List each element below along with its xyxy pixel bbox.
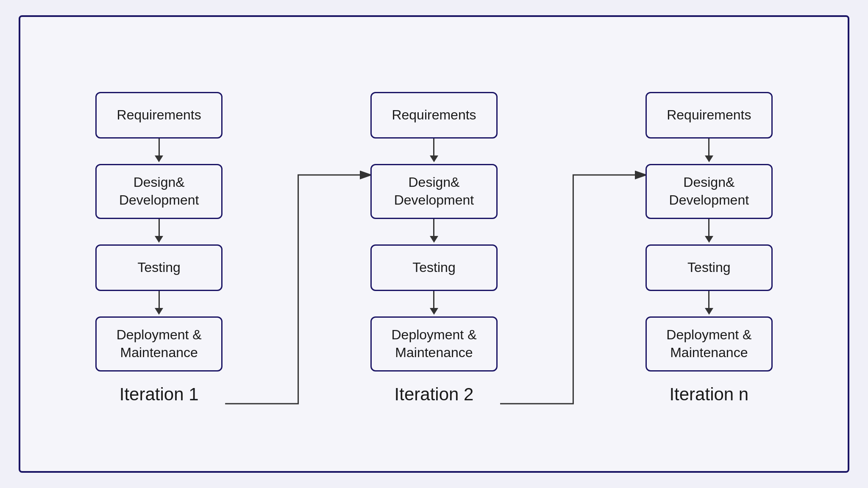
deployment-box-1: Deployment &Maintenance: [95, 316, 223, 372]
design-dev-box-n: Design&Development: [645, 164, 773, 219]
iteration-1-label: Iteration 1: [120, 384, 199, 405]
requirements-box-1: Requirements: [95, 92, 223, 139]
design-dev-label-2: Design&Development: [394, 174, 474, 209]
design-dev-label-1: Design& Development: [119, 174, 199, 209]
arrow-down-2a: [430, 139, 438, 164]
arrow-down-1c: [155, 291, 163, 316]
deployment-box-n: Deployment &Maintenance: [645, 316, 773, 372]
requirements-box-n: Requirements: [645, 92, 773, 139]
arrow-down-2b: [430, 219, 438, 244]
columns-container: Requirements Design& Development Testing…: [20, 75, 848, 413]
testing-label-n: Testing: [687, 259, 730, 277]
design-dev-label-n: Design&Development: [669, 174, 749, 209]
requirements-label-1: Requirements: [117, 106, 201, 124]
deployment-label-2: Deployment &Maintenance: [391, 326, 476, 361]
design-dev-box-1: Design& Development: [95, 164, 223, 219]
testing-label-2: Testing: [412, 259, 455, 277]
iteration-2-column: Requirements Design&Development Testing …: [321, 92, 547, 405]
deployment-label-n: Deployment &Maintenance: [666, 326, 751, 361]
arrow-down-nc: [705, 291, 713, 316]
arrow-down-na: [705, 139, 713, 164]
iteration-n-label: Iteration n: [669, 384, 748, 405]
testing-label-1: Testing: [137, 259, 180, 277]
iteration-1-column: Requirements Design& Development Testing…: [46, 92, 272, 405]
testing-box-2: Testing: [370, 244, 498, 291]
requirements-label-n: Requirements: [667, 106, 751, 124]
testing-box-n: Testing: [645, 244, 773, 291]
diagram-wrapper: Requirements Design& Development Testing…: [19, 15, 849, 473]
requirements-box-2: Requirements: [370, 92, 498, 139]
arrow-down-2c: [430, 291, 438, 316]
testing-box-1: Testing: [95, 244, 223, 291]
arrow-down-1a: [155, 139, 163, 164]
requirements-label-2: Requirements: [392, 106, 476, 124]
arrow-down-1b: [155, 219, 163, 244]
deployment-box-2: Deployment &Maintenance: [370, 316, 498, 372]
arrow-down-nb: [705, 219, 713, 244]
iteration-n-column: Requirements Design&Development Testing …: [596, 92, 822, 405]
design-dev-box-2: Design&Development: [370, 164, 498, 219]
iteration-2-label: Iteration 2: [395, 384, 474, 405]
deployment-label-1: Deployment &Maintenance: [117, 326, 202, 361]
